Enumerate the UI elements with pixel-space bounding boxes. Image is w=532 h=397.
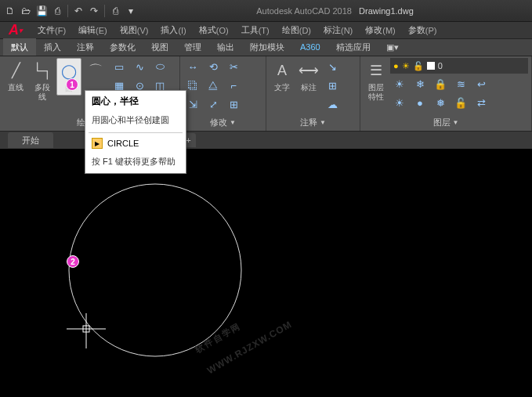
line-icon: ╱	[5, 60, 27, 81]
layer-unlock-icon[interactable]: 🔓	[451, 94, 470, 111]
rect-icon[interactable]: ▭	[110, 58, 128, 75]
spline-icon[interactable]: ∿	[130, 58, 149, 75]
menu-draw[interactable]: 绘图(D)	[276, 22, 317, 39]
scale-icon[interactable]: ⤢	[204, 96, 223, 113]
window-title: Autodesk AutoCAD 2018 Drawing1.dwg	[138, 6, 532, 16]
layer-name: 0	[438, 61, 443, 70]
layer-lock-icon[interactable]: 🔒	[431, 75, 450, 92]
drawn-circle[interactable]	[69, 184, 241, 356]
menu-bar: A▾ 文件(F) 编辑(E) 视图(V) 插入(I) 格式(O) 工具(T) 绘…	[0, 22, 532, 39]
tooltip-description: 用圆心和半径创建圆	[85, 112, 186, 132]
dimension-icon: ⟷	[298, 60, 320, 81]
move-icon[interactable]: ↔	[183, 58, 202, 75]
mirror-icon[interactable]: ⧋	[204, 77, 223, 94]
layer-prev-icon[interactable]: ↩	[472, 75, 490, 92]
tab-a360[interactable]: A360	[292, 38, 328, 56]
qat-save-icon[interactable]: 💾	[34, 4, 49, 18]
tab-output[interactable]: 输出	[209, 38, 242, 56]
layers-icon: ☰	[365, 60, 387, 81]
autocad-logo-icon[interactable]: A▾	[0, 22, 31, 39]
menu-dim[interactable]: 标注(N)	[317, 22, 359, 39]
panel-layers: ☰ 图层 特性 ● ☀ 🔓 0 ☀ ❄ 🔒 ≋ ↩	[360, 56, 532, 131]
tab-manage[interactable]: 管理	[176, 38, 209, 56]
layer-iso-icon[interactable]: ☀	[390, 75, 409, 92]
ellipse-icon[interactable]: ⬭	[150, 58, 169, 75]
polyline-icon: └┐	[31, 60, 53, 81]
layer-thaw-icon[interactable]: ❅	[431, 94, 450, 111]
text-icon: A	[271, 60, 293, 81]
line-button[interactable]: ╱ 直线	[3, 58, 28, 94]
tab-expand-icon[interactable]: ▣▾	[378, 38, 407, 56]
layer-on-icon[interactable]: ☀	[390, 94, 409, 111]
layer-off-icon[interactable]: ●	[411, 94, 429, 111]
tab-insert[interactable]: 插入	[36, 38, 69, 56]
draw-small-tools: ▭ ∿ ⬭ ▦ ⊙ ◫	[110, 58, 169, 94]
tab-parametric[interactable]: 参数化	[102, 38, 143, 56]
qat-new-icon[interactable]: 🗋	[3, 4, 17, 18]
separator	[104, 5, 105, 17]
tab-default[interactable]: 默认	[3, 38, 36, 56]
qat-saveas-icon[interactable]: ⎙	[50, 4, 64, 18]
panel-title-modify[interactable]: 修改▼	[183, 115, 262, 129]
menu-file[interactable]: 文件(F)	[31, 22, 72, 39]
drawing-canvas[interactable]: 软件自学网 WWW.RJZXW.COM	[0, 149, 532, 397]
ribbon-tabs: 默认 插入 注释 参数化 视图 管理 输出 附加模块 A360 精选应用 ▣▾	[0, 39, 532, 56]
layer-freeze-icon[interactable]: ❄	[411, 75, 429, 92]
circle-tooltip: 圆心，半径 用圆心和半径创建圆 ▶ CIRCLE 按 F1 键获得更多帮助	[85, 90, 186, 174]
badge-2: 2	[67, 255, 79, 268]
layer-match-icon[interactable]: ≋	[451, 75, 470, 92]
rotate-icon[interactable]: ⟲	[204, 58, 223, 75]
sun-icon: ☀	[402, 61, 410, 71]
tab-annotate[interactable]: 注释	[69, 38, 102, 56]
quick-access-toolbar: 🗋 🗁 💾 ⎙ ↶ ↷ ⎙ ▾	[0, 4, 138, 18]
cloud-icon[interactable]: ☁	[323, 96, 342, 113]
command-icon: ▶	[92, 138, 103, 149]
tooltip-help: 按 F1 键获得更多帮助	[85, 153, 186, 173]
fillet-icon[interactable]: ⌐	[224, 77, 243, 94]
menu-view[interactable]: 视图(V)	[114, 22, 155, 39]
panel-title-annotate[interactable]: 注释▼	[270, 115, 356, 129]
layer-dropdown[interactable]: ● ☀ 🔓 0	[390, 58, 528, 74]
arc-icon: ⌒	[85, 60, 107, 81]
title-bar: 🗋 🗁 💾 ⎙ ↶ ↷ ⎙ ▾ Autodesk AutoCAD 2018 Dr…	[0, 0, 532, 22]
tab-view[interactable]: 视图	[143, 38, 176, 56]
file-name: Drawing1.dwg	[359, 6, 414, 16]
tooltip-command: ▶ CIRCLE	[85, 133, 186, 153]
badge-1: 1	[66, 78, 78, 91]
qat-open-icon[interactable]: 🗁	[19, 4, 33, 18]
arc-button[interactable]: ⌒	[83, 58, 108, 83]
menu-modify[interactable]: 修改(M)	[359, 22, 402, 39]
qat-print-icon[interactable]: ⎙	[108, 4, 122, 18]
array-icon[interactable]: ⊞	[224, 96, 243, 113]
tab-start[interactable]: 开始	[8, 132, 53, 148]
text-button[interactable]: A 文字	[270, 58, 295, 94]
layer-props-button[interactable]: ☰ 图层 特性	[364, 58, 389, 103]
qat-redo-icon[interactable]: ↷	[87, 4, 101, 18]
qat-undo-icon[interactable]: ↶	[71, 4, 85, 18]
panel-annotate: A 文字 ⟷ 标注 ↘ ⊞ ☁ 注释▼	[266, 56, 360, 131]
lock-icon: 🔓	[413, 61, 424, 71]
panel-title-layers[interactable]: 图层▼	[364, 115, 528, 129]
leader-icon[interactable]: ↘	[323, 58, 342, 75]
panel-modify: ↔ ⟲ ✂ ⿻ ⧋ ⌐ ⇲ ⤢ ⊞ 修改▼	[180, 56, 266, 131]
ribbon: ╱ 直线 └┐ 多段线 ◯ 圆 ⌒ ▭ ∿ ⬭ ▦ ⊙ ◫ 绘图	[0, 56, 532, 132]
color-swatch	[427, 62, 435, 70]
menu-format[interactable]: 格式(O)	[193, 22, 235, 39]
modify-tools: ↔ ⟲ ✂ ⿻ ⧋ ⌐ ⇲ ⤢ ⊞	[183, 58, 243, 113]
tab-addins[interactable]: 附加模块	[242, 38, 292, 56]
table-icon[interactable]: ⊞	[323, 77, 342, 94]
dim-button[interactable]: ⟷ 标注	[296, 58, 321, 94]
menu-edit[interactable]: 编辑(E)	[72, 22, 114, 39]
menu-param[interactable]: 参数(P)	[402, 22, 443, 39]
polyline-button[interactable]: └┐ 多段线	[30, 58, 55, 103]
menu-insert[interactable]: 插入(I)	[154, 22, 192, 39]
trim-icon[interactable]: ✂	[224, 58, 243, 75]
tooltip-title: 圆心，半径	[85, 91, 186, 112]
lightbulb-icon: ●	[393, 61, 399, 70]
layer-walk-icon[interactable]: ⇄	[472, 94, 490, 111]
document-tabs: 开始 × +	[0, 132, 532, 149]
tab-featured[interactable]: 精选应用	[328, 38, 378, 56]
qat-more-icon[interactable]: ▾	[124, 4, 138, 18]
menu-tools[interactable]: 工具(T)	[235, 22, 276, 39]
app-name: Autodesk AutoCAD 2018	[256, 6, 352, 16]
